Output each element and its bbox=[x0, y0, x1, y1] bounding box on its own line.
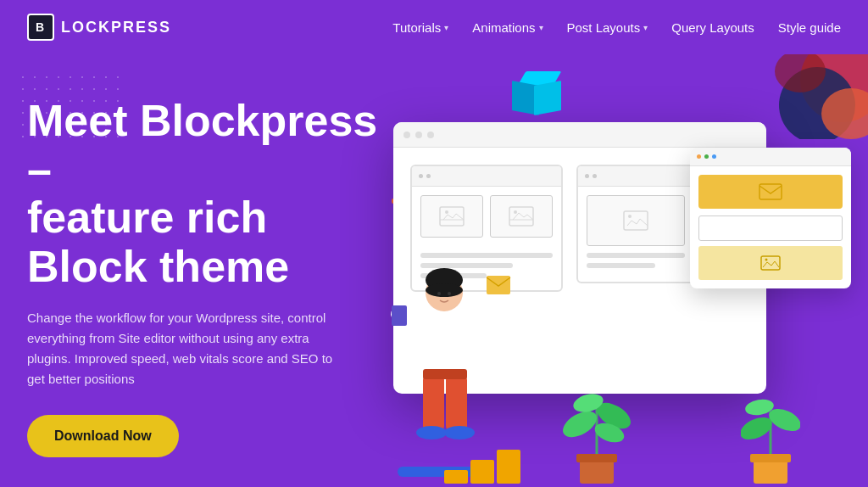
svg-rect-10 bbox=[624, 211, 648, 230]
browser-dot-2 bbox=[415, 132, 422, 138]
chevron-down-icon: ▾ bbox=[444, 23, 448, 32]
card-dot-blue bbox=[712, 154, 716, 159]
plant-2-illustration bbox=[741, 382, 800, 484]
svg-point-14 bbox=[765, 259, 768, 261]
svg-point-25 bbox=[416, 426, 447, 439]
svg-rect-13 bbox=[761, 256, 780, 270]
layout-card2-body bbox=[578, 187, 693, 282]
svg-point-11 bbox=[628, 215, 632, 218]
card2-dot-2 bbox=[593, 174, 597, 178]
browser-toolbar bbox=[393, 122, 766, 148]
svg-rect-27 bbox=[423, 369, 467, 379]
svg-rect-29 bbox=[576, 454, 617, 462]
logo[interactable]: B LOCKPRESS bbox=[27, 14, 171, 41]
abstract-decoration bbox=[766, 54, 868, 139]
card-dot-1 bbox=[419, 174, 423, 178]
card-dot-2 bbox=[426, 174, 431, 178]
svg-point-6 bbox=[445, 210, 448, 214]
second-card-illustration bbox=[690, 148, 851, 288]
download-now-button[interactable]: Download Now bbox=[27, 415, 179, 457]
card2-text-2 bbox=[587, 263, 655, 268]
hero-section: Meet Blockpress –feature richBlock theme… bbox=[0, 54, 868, 484]
second-card-body bbox=[690, 166, 851, 288]
hero-subtitle: Change the workflow for your Wordpress s… bbox=[27, 308, 349, 389]
svg-point-18 bbox=[426, 283, 463, 297]
card2-dot-1 bbox=[585, 174, 589, 178]
card-placeholder-2 bbox=[698, 246, 843, 280]
svg-point-20 bbox=[448, 292, 451, 295]
layout-card-2 bbox=[576, 165, 695, 283]
plant-1-illustration bbox=[563, 382, 631, 484]
svg-point-26 bbox=[444, 426, 475, 439]
card-dot-orange bbox=[697, 154, 701, 159]
card-dot-green bbox=[704, 154, 709, 159]
svg-rect-12 bbox=[760, 184, 782, 199]
logo-text: LOCKPRESS bbox=[61, 19, 171, 36]
hero-left-content: Meet Blockpress –feature richBlock theme… bbox=[27, 71, 383, 457]
svg-rect-23 bbox=[423, 373, 444, 433]
nav-style-guide[interactable]: Style guide bbox=[778, 20, 841, 35]
browser-dot-3 bbox=[427, 132, 434, 138]
chevron-down-icon: ▾ bbox=[643, 23, 648, 32]
nav-tutorials[interactable]: Tutorials ▾ bbox=[392, 20, 448, 35]
chevron-down-icon: ▾ bbox=[539, 23, 543, 32]
hero-title: Meet Blockpress –feature richBlock theme bbox=[27, 97, 383, 291]
svg-rect-24 bbox=[446, 373, 467, 433]
person-illustration bbox=[376, 229, 512, 484]
second-card-header bbox=[690, 148, 851, 166]
card2-text-1 bbox=[587, 253, 685, 258]
svg-rect-22 bbox=[392, 305, 407, 326]
nav-animations[interactable]: Animations ▾ bbox=[472, 20, 542, 35]
logo-icon: B bbox=[27, 14, 54, 41]
yellow-card bbox=[698, 175, 843, 209]
card-placeholder-1 bbox=[698, 216, 843, 241]
svg-rect-4 bbox=[440, 207, 464, 226]
layout-card-header bbox=[412, 166, 561, 187]
svg-rect-21 bbox=[487, 276, 510, 294]
nav-query-layouts[interactable]: Query Layouts bbox=[671, 20, 754, 35]
layout-card2-header bbox=[578, 166, 693, 187]
svg-point-19 bbox=[437, 292, 441, 295]
header: B LOCKPRESS Tutorials ▾ Animations ▾ Pos… bbox=[0, 0, 868, 54]
main-nav: Tutorials ▾ Animations ▾ Post Layouts ▾ … bbox=[392, 20, 841, 35]
svg-rect-36 bbox=[750, 454, 791, 462]
browser-dot-1 bbox=[403, 132, 410, 138]
nav-post-layouts[interactable]: Post Layouts ▾ bbox=[567, 20, 648, 35]
image-placeholder-3 bbox=[587, 195, 685, 246]
3d-cube-decoration bbox=[512, 71, 563, 122]
cube-right-face bbox=[534, 81, 561, 115]
hero-illustration bbox=[342, 54, 868, 484]
svg-point-9 bbox=[514, 210, 517, 214]
